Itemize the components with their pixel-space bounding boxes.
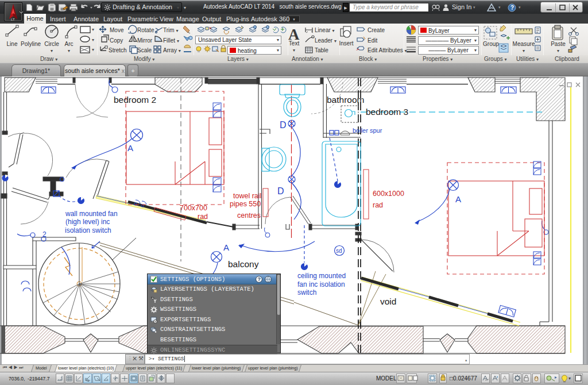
svg-text:rad: rad bbox=[373, 201, 383, 209]
svg-text:(high level) inc: (high level) inc bbox=[65, 218, 110, 226]
svg-text:boiler spur: boiler spur bbox=[353, 127, 382, 134]
svg-text:?: ? bbox=[510, 5, 514, 11]
svg-text:sd: sd bbox=[336, 248, 342, 254]
svg-text:?: ? bbox=[258, 276, 261, 282]
svg-text:2: 2 bbox=[42, 230, 47, 238]
svg-text:▾: ▾ bbox=[92, 27, 94, 32]
svg-text:isolation switch: isolation switch bbox=[65, 226, 111, 234]
svg-text:A: A bbox=[455, 194, 461, 204]
svg-text:A: A bbox=[127, 143, 133, 153]
svg-text:rad: rad bbox=[198, 213, 208, 221]
svg-text:ceiling mounted: ceiling mounted bbox=[297, 272, 346, 280]
svg-text:D: D bbox=[277, 186, 284, 196]
svg-text:pipes 550: pipes 550 bbox=[230, 200, 261, 208]
svg-text:void: void bbox=[380, 297, 396, 306]
svg-text:wall mounted fan: wall mounted fan bbox=[65, 210, 118, 218]
svg-text:600x1000: 600x1000 bbox=[373, 190, 404, 198]
svg-text:D: D bbox=[280, 120, 287, 130]
svg-text:A: A bbox=[223, 242, 229, 252]
svg-text:fan inc isolation: fan inc isolation bbox=[297, 280, 345, 288]
svg-text:towel rail: towel rail bbox=[233, 192, 261, 200]
svg-text:switch: switch bbox=[297, 288, 316, 297]
svg-text:bedroom 3: bedroom 3 bbox=[366, 107, 408, 117]
svg-text:▾: ▾ bbox=[92, 47, 94, 52]
svg-text:bedroom 2: bedroom 2 bbox=[114, 95, 156, 105]
svg-text:bathroom: bathroom bbox=[327, 95, 364, 105]
svg-text:▾: ▾ bbox=[92, 37, 94, 43]
svg-text:700x700: 700x700 bbox=[180, 204, 207, 212]
svg-text:LT: LT bbox=[11, 18, 15, 21]
svg-text:balcony: balcony bbox=[228, 259, 259, 269]
svg-text:centres: centres bbox=[237, 211, 261, 220]
